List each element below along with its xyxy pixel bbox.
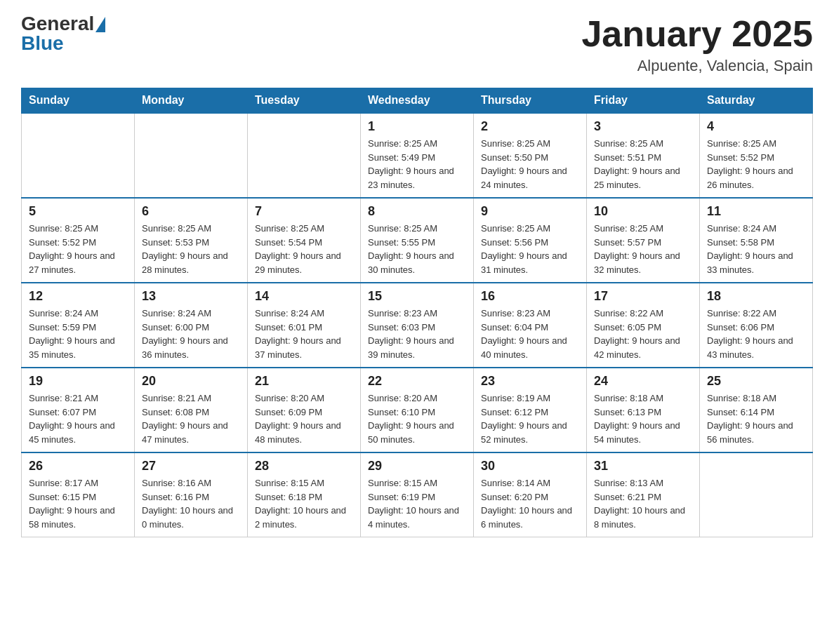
calendar-week-row: 19Sunrise: 8:21 AM Sunset: 6:07 PM Dayli…	[22, 368, 813, 452]
calendar-header-row: SundayMondayTuesdayWednesdayThursdayFrid…	[22, 88, 813, 114]
cell-day-number: 11	[707, 204, 805, 219]
calendar-cell	[248, 113, 361, 198]
calendar-cell: 5Sunrise: 8:25 AM Sunset: 5:52 PM Daylig…	[22, 198, 135, 283]
cell-day-number: 21	[255, 374, 353, 389]
cell-day-number: 1	[368, 119, 466, 134]
calendar-subtitle: Alpuente, Valencia, Spain	[581, 57, 813, 75]
cell-info-text: Sunrise: 8:23 AM Sunset: 6:04 PM Dayligh…	[481, 307, 579, 361]
cell-day-number: 14	[255, 289, 353, 304]
cell-day-number: 19	[29, 374, 127, 389]
calendar-cell: 20Sunrise: 8:21 AM Sunset: 6:08 PM Dayli…	[135, 368, 248, 452]
calendar-cell: 6Sunrise: 8:25 AM Sunset: 5:53 PM Daylig…	[135, 198, 248, 283]
calendar-cell	[700, 452, 813, 537]
cell-day-number: 25	[707, 374, 805, 389]
calendar-week-row: 5Sunrise: 8:25 AM Sunset: 5:52 PM Daylig…	[22, 198, 813, 283]
calendar-cell: 18Sunrise: 8:22 AM Sunset: 6:06 PM Dayli…	[700, 283, 813, 368]
cell-info-text: Sunrise: 8:14 AM Sunset: 6:20 PM Dayligh…	[481, 476, 579, 531]
cell-info-text: Sunrise: 8:21 AM Sunset: 6:07 PM Dayligh…	[29, 391, 127, 446]
cell-info-text: Sunrise: 8:25 AM Sunset: 5:53 PM Dayligh…	[142, 222, 240, 276]
column-header-wednesday: Wednesday	[361, 88, 474, 114]
cell-info-text: Sunrise: 8:23 AM Sunset: 6:03 PM Dayligh…	[368, 307, 466, 361]
calendar-cell	[22, 113, 135, 198]
calendar-cell: 15Sunrise: 8:23 AM Sunset: 6:03 PM Dayli…	[361, 283, 474, 368]
calendar-cell: 1Sunrise: 8:25 AM Sunset: 5:49 PM Daylig…	[361, 113, 474, 198]
cell-info-text: Sunrise: 8:25 AM Sunset: 5:51 PM Dayligh…	[594, 137, 692, 192]
calendar-cell: 31Sunrise: 8:13 AM Sunset: 6:21 PM Dayli…	[587, 452, 700, 537]
calendar-cell: 23Sunrise: 8:19 AM Sunset: 6:12 PM Dayli…	[474, 368, 587, 452]
cell-info-text: Sunrise: 8:24 AM Sunset: 6:00 PM Dayligh…	[142, 307, 240, 361]
page-header: General Blue January 2025 Alpuente, Vale…	[21, 14, 813, 75]
calendar-table: SundayMondayTuesdayWednesdayThursdayFrid…	[21, 88, 813, 537]
calendar-cell: 11Sunrise: 8:24 AM Sunset: 5:58 PM Dayli…	[700, 198, 813, 283]
calendar-cell: 28Sunrise: 8:15 AM Sunset: 6:18 PM Dayli…	[248, 452, 361, 537]
calendar-cell: 17Sunrise: 8:22 AM Sunset: 6:05 PM Dayli…	[587, 283, 700, 368]
calendar-cell: 21Sunrise: 8:20 AM Sunset: 6:09 PM Dayli…	[248, 368, 361, 452]
calendar-cell: 19Sunrise: 8:21 AM Sunset: 6:07 PM Dayli…	[22, 368, 135, 452]
column-header-saturday: Saturday	[700, 88, 813, 114]
cell-info-text: Sunrise: 8:25 AM Sunset: 5:54 PM Dayligh…	[255, 222, 353, 276]
cell-day-number: 13	[142, 289, 240, 304]
column-header-tuesday: Tuesday	[248, 88, 361, 114]
cell-day-number: 28	[255, 459, 353, 474]
logo-triangle-icon	[95, 17, 105, 32]
cell-day-number: 15	[368, 289, 466, 304]
column-header-sunday: Sunday	[22, 88, 135, 114]
cell-info-text: Sunrise: 8:25 AM Sunset: 5:55 PM Dayligh…	[368, 222, 466, 276]
logo-blue-text: Blue	[21, 34, 105, 53]
cell-info-text: Sunrise: 8:20 AM Sunset: 6:09 PM Dayligh…	[255, 391, 353, 446]
cell-info-text: Sunrise: 8:24 AM Sunset: 5:58 PM Dayligh…	[707, 222, 805, 276]
cell-info-text: Sunrise: 8:25 AM Sunset: 5:50 PM Dayligh…	[481, 137, 579, 192]
cell-day-number: 20	[142, 374, 240, 389]
cell-info-text: Sunrise: 8:25 AM Sunset: 5:49 PM Dayligh…	[368, 137, 466, 192]
header-right: January 2025 Alpuente, Valencia, Spain	[581, 14, 813, 75]
calendar-cell: 14Sunrise: 8:24 AM Sunset: 6:01 PM Dayli…	[248, 283, 361, 368]
calendar-cell: 12Sunrise: 8:24 AM Sunset: 5:59 PM Dayli…	[22, 283, 135, 368]
cell-day-number: 5	[29, 204, 127, 219]
calendar-cell: 2Sunrise: 8:25 AM Sunset: 5:50 PM Daylig…	[474, 113, 587, 198]
cell-info-text: Sunrise: 8:17 AM Sunset: 6:15 PM Dayligh…	[29, 476, 127, 531]
cell-day-number: 16	[481, 289, 579, 304]
cell-info-text: Sunrise: 8:19 AM Sunset: 6:12 PM Dayligh…	[481, 391, 579, 446]
calendar-cell: 8Sunrise: 8:25 AM Sunset: 5:55 PM Daylig…	[361, 198, 474, 283]
cell-day-number: 7	[255, 204, 353, 219]
calendar-week-row: 1Sunrise: 8:25 AM Sunset: 5:49 PM Daylig…	[22, 113, 813, 198]
cell-info-text: Sunrise: 8:13 AM Sunset: 6:21 PM Dayligh…	[594, 476, 692, 531]
cell-info-text: Sunrise: 8:15 AM Sunset: 6:19 PM Dayligh…	[368, 476, 466, 531]
calendar-cell: 10Sunrise: 8:25 AM Sunset: 5:57 PM Dayli…	[587, 198, 700, 283]
cell-day-number: 27	[142, 459, 240, 474]
cell-day-number: 2	[481, 119, 579, 134]
calendar-week-row: 12Sunrise: 8:24 AM Sunset: 5:59 PM Dayli…	[22, 283, 813, 368]
cell-day-number: 18	[707, 289, 805, 304]
calendar-cell: 26Sunrise: 8:17 AM Sunset: 6:15 PM Dayli…	[22, 452, 135, 537]
cell-info-text: Sunrise: 8:18 AM Sunset: 6:14 PM Dayligh…	[707, 391, 805, 446]
cell-day-number: 9	[481, 204, 579, 219]
calendar-cell: 3Sunrise: 8:25 AM Sunset: 5:51 PM Daylig…	[587, 113, 700, 198]
cell-info-text: Sunrise: 8:25 AM Sunset: 5:57 PM Dayligh…	[594, 222, 692, 276]
calendar-cell: 25Sunrise: 8:18 AM Sunset: 6:14 PM Dayli…	[700, 368, 813, 452]
cell-day-number: 10	[594, 204, 692, 219]
cell-day-number: 23	[481, 374, 579, 389]
cell-day-number: 4	[707, 119, 805, 134]
cell-day-number: 8	[368, 204, 466, 219]
column-header-thursday: Thursday	[474, 88, 587, 114]
cell-info-text: Sunrise: 8:25 AM Sunset: 5:56 PM Dayligh…	[481, 222, 579, 276]
cell-info-text: Sunrise: 8:22 AM Sunset: 6:06 PM Dayligh…	[707, 307, 805, 361]
cell-day-number: 12	[29, 289, 127, 304]
calendar-cell	[135, 113, 248, 198]
calendar-cell: 27Sunrise: 8:16 AM Sunset: 6:16 PM Dayli…	[135, 452, 248, 537]
calendar-cell: 24Sunrise: 8:18 AM Sunset: 6:13 PM Dayli…	[587, 368, 700, 452]
cell-day-number: 31	[594, 459, 692, 474]
calendar-cell: 7Sunrise: 8:25 AM Sunset: 5:54 PM Daylig…	[248, 198, 361, 283]
cell-day-number: 30	[481, 459, 579, 474]
cell-info-text: Sunrise: 8:25 AM Sunset: 5:52 PM Dayligh…	[707, 137, 805, 192]
calendar-cell: 30Sunrise: 8:14 AM Sunset: 6:20 PM Dayli…	[474, 452, 587, 537]
column-header-friday: Friday	[587, 88, 700, 114]
cell-day-number: 6	[142, 204, 240, 219]
cell-day-number: 24	[594, 374, 692, 389]
calendar-cell: 22Sunrise: 8:20 AM Sunset: 6:10 PM Dayli…	[361, 368, 474, 452]
cell-day-number: 29	[368, 459, 466, 474]
calendar-cell: 13Sunrise: 8:24 AM Sunset: 6:00 PM Dayli…	[135, 283, 248, 368]
cell-info-text: Sunrise: 8:24 AM Sunset: 6:01 PM Dayligh…	[255, 307, 353, 361]
cell-info-text: Sunrise: 8:25 AM Sunset: 5:52 PM Dayligh…	[29, 222, 127, 276]
cell-day-number: 3	[594, 119, 692, 134]
